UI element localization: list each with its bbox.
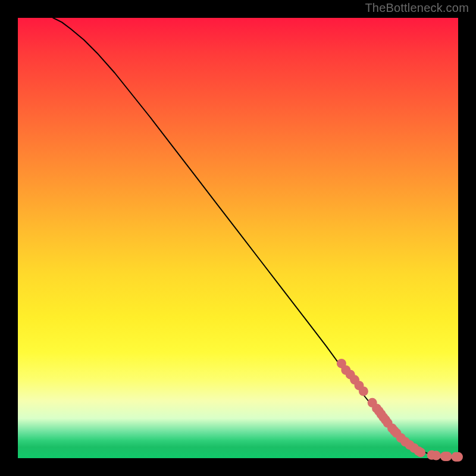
chart-frame: TheBottleneck.com [0, 0, 476, 476]
data-marker [431, 451, 441, 461]
watermark-label: TheBottleneck.com [365, 1, 469, 15]
data-marker [443, 452, 452, 461]
data-marker [416, 447, 425, 457]
curve-line [53, 18, 458, 458]
plot-svg [18, 18, 458, 458]
data-marker [359, 387, 368, 396]
markers-group [337, 359, 463, 462]
data-marker [453, 452, 463, 462]
plot-area [18, 18, 458, 458]
